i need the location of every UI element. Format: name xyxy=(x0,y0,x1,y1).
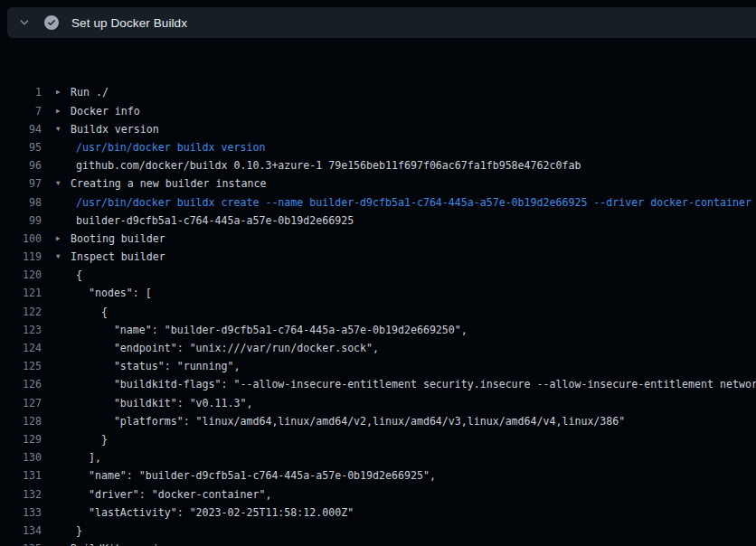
log-line[interactable]: 7 ▶ Docker info xyxy=(0,102,756,120)
group-toggle-icon xyxy=(56,212,71,230)
line-number[interactable]: 7 xyxy=(0,102,42,120)
line-number[interactable]: 1 xyxy=(0,83,42,101)
group-toggle-icon xyxy=(56,138,71,156)
line-number[interactable]: 120 xyxy=(0,266,42,284)
log-line[interactable]: 100 ▶ Booting builder xyxy=(0,230,756,248)
log-line: 121 "nodes": [ xyxy=(0,284,756,302)
line-number[interactable]: 134 xyxy=(0,522,42,540)
group-toggle-icon[interactable]: ▼ xyxy=(56,174,71,193)
group-title[interactable]: Creating a new builder instance xyxy=(71,174,266,193)
line-number[interactable]: 94 xyxy=(0,120,42,138)
log-text: { xyxy=(71,303,108,321)
log-container: 1 ▶ Run ./ 7 ▶ Docker info 94 ▼ Buildx v… xyxy=(0,38,756,546)
line-number[interactable]: 131 xyxy=(0,466,42,485)
line-number[interactable]: 96 xyxy=(0,156,42,174)
log-line: 99 builder-d9cfb5a1-c764-445a-a57e-0b19d… xyxy=(0,212,756,230)
log-text: "buildkit": "v0.11.3", xyxy=(71,394,252,412)
group-toggle-icon xyxy=(56,412,71,430)
log-text: } xyxy=(71,522,82,540)
log-line: 132 "driver": "docker-container", xyxy=(0,485,756,504)
log-line[interactable]: 135 ▼ BuildKit version xyxy=(0,540,756,546)
group-title[interactable]: Docker info xyxy=(71,102,140,120)
log-line[interactable]: 97 ▼ Creating a new builder instance xyxy=(0,174,756,193)
line-number[interactable]: 127 xyxy=(0,394,42,412)
log-text: } xyxy=(71,430,108,448)
group-toggle-icon xyxy=(56,339,71,357)
group-toggle-icon xyxy=(56,522,71,540)
group-toggle-icon[interactable]: ▶ xyxy=(56,83,71,101)
group-title[interactable]: Run ./ xyxy=(71,83,109,101)
log-line: 133 "lastActivity": "2023-02-25T11:58:12… xyxy=(0,504,756,522)
group-toggle-icon xyxy=(56,284,71,302)
line-number[interactable]: 132 xyxy=(0,485,42,504)
step-header[interactable]: Set up Docker Buildx xyxy=(7,7,756,38)
log-text: { xyxy=(71,266,82,284)
group-title[interactable]: Buildx version xyxy=(71,120,159,138)
group-toggle-icon xyxy=(56,375,71,393)
log-line[interactable]: 94 ▼ Buildx version xyxy=(0,120,756,138)
log-text: /usr/bin/docker buildx create --name bui… xyxy=(71,193,751,212)
log-line: 122 { xyxy=(0,303,756,321)
line-number[interactable]: 130 xyxy=(0,448,42,466)
line-number[interactable]: 135 xyxy=(0,540,42,546)
line-number[interactable]: 98 xyxy=(0,193,42,212)
line-number[interactable]: 125 xyxy=(0,357,42,375)
log-line: 131 "name": "builder-d9cfb5a1-c764-445a-… xyxy=(0,466,756,485)
group-toggle-icon xyxy=(56,394,71,412)
group-toggle-icon[interactable]: ▶ xyxy=(56,102,71,120)
line-number[interactable]: 123 xyxy=(0,321,42,339)
log-text: github.com/docker/buildx 0.10.3+azure-1 … xyxy=(71,156,581,174)
group-toggle-icon xyxy=(56,466,71,485)
line-number[interactable]: 124 xyxy=(0,339,42,357)
log-text: "lastActivity": "2023-02-25T11:58:12.000… xyxy=(71,504,354,522)
log-line: 128 "platforms": "linux/amd64,linux/amd6… xyxy=(0,412,756,430)
line-number[interactable]: 128 xyxy=(0,412,42,430)
step-title: Set up Docker Buildx xyxy=(71,16,187,30)
line-number[interactable]: 99 xyxy=(0,212,42,230)
line-number[interactable]: 121 xyxy=(0,284,42,302)
line-number[interactable]: 95 xyxy=(0,138,42,156)
group-toggle-icon xyxy=(56,430,71,448)
log-text: "driver": "docker-container", xyxy=(71,485,271,504)
line-number[interactable]: 126 xyxy=(0,375,42,393)
line-number[interactable]: 100 xyxy=(0,230,42,248)
log-line: 127 "buildkit": "v0.11.3", xyxy=(0,394,756,412)
group-toggle-icon xyxy=(56,504,71,522)
chevron-down-icon[interactable] xyxy=(17,15,32,30)
group-toggle-icon xyxy=(56,357,71,375)
group-toggle-icon[interactable]: ▼ xyxy=(56,540,71,546)
log-line: 134 } xyxy=(0,522,756,540)
log-line: 130 ], xyxy=(0,448,756,466)
log-line[interactable]: 119 ▼ Inspect builder xyxy=(0,248,756,266)
log-line: 120 { xyxy=(0,266,756,284)
line-number[interactable]: 129 xyxy=(0,430,42,448)
log-line: 123 "name": "builder-d9cfb5a1-c764-445a-… xyxy=(0,321,756,339)
log-text: "endpoint": "unix:///var/run/docker.sock… xyxy=(71,339,379,357)
line-number[interactable]: 119 xyxy=(0,248,42,266)
group-title[interactable]: Inspect builder xyxy=(71,248,165,266)
log-text: builder-d9cfb5a1-c764-445a-a57e-0b19d2e6… xyxy=(71,212,354,230)
log-line[interactable]: 1 ▶ Run ./ xyxy=(0,83,756,101)
group-toggle-icon[interactable]: ▼ xyxy=(56,248,71,266)
log-text: "buildkitd-flags": "--allow-insecure-ent… xyxy=(71,375,756,393)
log-text: /usr/bin/docker buildx version xyxy=(71,138,265,156)
group-toggle-icon[interactable]: ▼ xyxy=(56,120,71,138)
line-number[interactable]: 122 xyxy=(0,303,42,321)
log-line: 96 github.com/docker/buildx 0.10.3+azure… xyxy=(0,156,756,174)
group-title[interactable]: BuildKit version xyxy=(71,540,172,546)
line-number[interactable]: 97 xyxy=(0,174,42,193)
group-toggle-icon xyxy=(56,303,71,321)
group-toggle-icon xyxy=(56,321,71,339)
group-toggle-icon xyxy=(56,156,71,174)
log-text: "name": "builder-d9cfb5a1-c764-445a-a57e… xyxy=(71,466,436,485)
log-text: "name": "builder-d9cfb5a1-c764-445a-a57e… xyxy=(71,321,468,339)
line-number[interactable]: 133 xyxy=(0,504,42,522)
log-text: "status": "running", xyxy=(71,357,240,375)
group-title[interactable]: Booting builder xyxy=(71,230,165,248)
log-text: ], xyxy=(71,448,101,466)
log-line: 125 "status": "running", xyxy=(0,357,756,375)
log-line: 126 "buildkitd-flags": "--allow-insecure… xyxy=(0,375,756,393)
group-toggle-icon[interactable]: ▶ xyxy=(56,230,71,248)
log-line: 98 /usr/bin/docker buildx create --name … xyxy=(0,193,756,212)
log-lines: 1 ▶ Run ./ 7 ▶ Docker info 94 ▼ Buildx v… xyxy=(0,83,756,546)
